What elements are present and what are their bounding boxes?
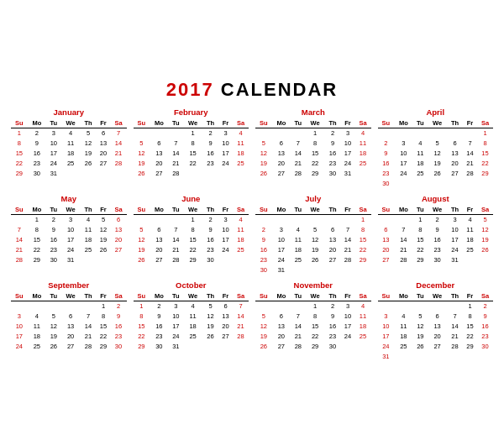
day-cell: 9 xyxy=(202,225,218,235)
day-header: Sa xyxy=(233,118,249,128)
day-cell: 21 xyxy=(340,245,354,255)
day-header: Fr xyxy=(218,118,233,128)
day-cell: 9 xyxy=(378,149,395,159)
day-header: Mo xyxy=(394,205,412,215)
day-cell: 25 xyxy=(394,342,412,352)
day-cell: 15 xyxy=(355,235,371,245)
day-cell xyxy=(81,255,97,265)
day-cell: 15 xyxy=(183,149,202,159)
day-cell xyxy=(394,214,412,225)
day-cell: 4 xyxy=(233,214,249,225)
day-cell xyxy=(447,128,463,139)
day-header: We xyxy=(428,118,447,128)
day-cell: 24 xyxy=(394,169,412,179)
day-cell: 17 xyxy=(340,149,354,159)
day-cell: 21 xyxy=(11,245,28,255)
day-cell: 4 xyxy=(233,128,249,139)
day-cell: 13 xyxy=(272,322,291,332)
day-cell: 10 xyxy=(378,322,395,332)
day-cell: 14 xyxy=(394,235,412,245)
day-header: Sa xyxy=(477,291,493,301)
day-cell: 17 xyxy=(218,235,233,245)
day-cell: 12 xyxy=(477,225,493,235)
day-cell: 2 xyxy=(46,214,61,225)
day-cell xyxy=(81,169,97,179)
day-cell: 12 xyxy=(255,322,272,332)
day-header: We xyxy=(306,291,325,301)
day-cell: 22 xyxy=(306,159,325,169)
day-cell: 24 xyxy=(169,332,184,342)
day-header: Th xyxy=(81,205,97,215)
day-cell: 12 xyxy=(306,235,325,245)
day-cell xyxy=(291,128,306,139)
day-cell: 9 xyxy=(325,139,341,149)
day-cell: 24 xyxy=(61,245,81,255)
day-cell: 24 xyxy=(46,159,61,169)
day-cell xyxy=(134,128,150,139)
day-cell: 29 xyxy=(413,255,428,265)
day-cell: 10 xyxy=(447,225,463,235)
day-header: Th xyxy=(81,291,97,301)
day-cell: 26 xyxy=(46,342,61,352)
day-cell: 17 xyxy=(169,322,184,332)
day-cell: 12 xyxy=(96,225,110,235)
day-cell: 22 xyxy=(11,159,28,169)
day-cell xyxy=(272,214,291,225)
day-cell: 12 xyxy=(428,149,447,159)
month-block-august: AugustSuMoTuWeThFrSa12345678910111213141… xyxy=(378,194,494,275)
day-header: Fr xyxy=(96,291,110,301)
day-cell: 12 xyxy=(255,149,272,159)
day-cell xyxy=(255,128,272,139)
day-cell: 21 xyxy=(111,149,127,159)
day-cell xyxy=(463,352,477,362)
day-cell xyxy=(428,179,447,189)
day-cell: 7 xyxy=(81,312,97,322)
day-cell: 4 xyxy=(291,225,306,235)
day-cell: 14 xyxy=(169,149,184,159)
day-cell: 4 xyxy=(61,128,81,139)
day-cell: 16 xyxy=(378,159,395,169)
day-cell: 28 xyxy=(233,332,249,342)
day-cell: 23 xyxy=(202,245,218,255)
day-cell: 13 xyxy=(447,149,463,159)
day-cell: 13 xyxy=(428,322,447,332)
day-cell: 11 xyxy=(291,235,306,245)
day-cell: 16 xyxy=(150,322,168,332)
month-name: January xyxy=(11,107,127,117)
day-cell xyxy=(150,214,168,225)
day-header: Su xyxy=(255,291,272,301)
day-cell: 25 xyxy=(233,245,249,255)
day-cell xyxy=(463,128,477,139)
day-header: Th xyxy=(202,118,218,128)
month-name: February xyxy=(134,107,249,117)
day-cell: 18 xyxy=(28,332,46,342)
day-cell: 23 xyxy=(428,245,447,255)
day-header: We xyxy=(428,205,447,215)
day-cell: 7 xyxy=(447,312,463,322)
day-header: Sa xyxy=(355,118,371,128)
day-cell: 27 xyxy=(96,159,110,169)
day-cell: 30 xyxy=(477,342,493,352)
day-cell: 19 xyxy=(428,159,447,169)
day-cell xyxy=(291,214,306,225)
day-cell xyxy=(378,301,395,312)
day-cell xyxy=(378,128,395,139)
day-cell: 26 xyxy=(134,169,150,179)
day-cell: 7 xyxy=(463,139,477,149)
day-cell: 25 xyxy=(233,159,249,169)
day-cell: 18 xyxy=(355,149,371,159)
month-table: SuMoTuWeThFrSa12345678910111213141516171… xyxy=(378,291,494,362)
day-cell: 18 xyxy=(291,245,306,255)
month-table: SuMoTuWeThFrSa12345678910111213141516171… xyxy=(255,205,371,275)
day-cell: 9 xyxy=(477,312,493,322)
day-cell: 17 xyxy=(447,235,463,245)
day-cell: 30 xyxy=(202,255,218,265)
day-cell: 28 xyxy=(394,255,412,265)
day-header: Sa xyxy=(477,118,493,128)
day-cell: 9 xyxy=(28,139,46,149)
day-cell: 6 xyxy=(447,139,463,149)
month-table: SuMoTuWeThFrSa12345678910111213141516171… xyxy=(11,205,127,265)
day-cell: 2 xyxy=(202,128,218,139)
day-cell xyxy=(413,301,428,312)
day-cell: 17 xyxy=(61,235,81,245)
